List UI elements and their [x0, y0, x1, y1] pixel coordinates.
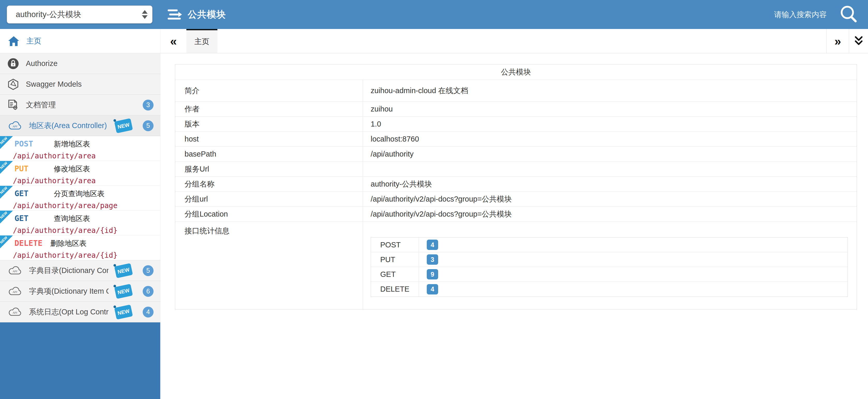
table-row: host localhost:8760: [175, 132, 857, 147]
sidebar-controller-dictionary[interactable]: API 字典目录(Dictionary Controller) NEW 5: [0, 260, 160, 281]
api-stats-table: POST 4 PUT 3 GET 9: [371, 237, 848, 297]
stat-count-badge: 4: [427, 239, 438, 250]
document-gear-icon: [7, 99, 19, 111]
api-item-edit-area[interactable]: NEW PUT 修改地区表 /api/authority/area: [0, 161, 160, 186]
sidebar-controller-dictionary-item[interactable]: API 字典项(Dictionary Item Controller) NEW …: [0, 281, 160, 302]
api-name: 修改地区表: [54, 164, 90, 174]
table-row: 分组url /api/authority/v2/api-docs?group=公…: [175, 192, 857, 207]
api-path: /api/authority/area/{id}: [13, 251, 160, 259]
api-cloud-icon: API: [7, 121, 22, 131]
table-row: 作者 zuihou: [175, 102, 857, 117]
svg-text:API: API: [12, 311, 18, 314]
new-tag: NEW: [114, 284, 133, 298]
sidebar-item-doc-manage[interactable]: 文档管理 3: [0, 95, 160, 115]
controller-label: 系统日志(Opt Log Controller): [29, 307, 108, 317]
api-count-badge: 3: [143, 99, 154, 111]
http-method: POST: [14, 139, 54, 148]
main-area: « 主页 »: [160, 29, 868, 399]
api-path: /api/authority/area/{id}: [13, 226, 160, 235]
api-name: 新增地区表: [54, 139, 90, 149]
svg-text:API: API: [12, 269, 18, 273]
sidebar-item-label: 文档管理: [26, 100, 56, 110]
new-tag: NEW: [114, 263, 133, 278]
api-item-add-area[interactable]: NEW POST 新增地区表 /api/authority/area: [0, 136, 160, 161]
api-stats-row: 接口统计信息 POST 4 PUT 3: [175, 222, 857, 309]
http-method: GET: [14, 189, 54, 198]
controller-label: 地区表(Area Controller): [29, 121, 107, 131]
stat-count-badge: 4: [427, 284, 438, 294]
table-row: 分组名称 authority-公共模块: [175, 177, 857, 192]
stats-row-get: GET 9: [371, 267, 847, 282]
select-stepper-icon: [142, 10, 148, 19]
lock-icon: [7, 58, 19, 69]
sidebar: 主页 Authorize: [0, 29, 160, 399]
api-name: 分页查询地区表: [54, 189, 104, 199]
sidebar-item-label: Swagger Models: [26, 80, 82, 88]
api-count-badge: 5: [143, 120, 154, 131]
module-info-title: 公共模块: [175, 64, 857, 80]
http-method: GET: [14, 214, 54, 223]
table-row: 简介 zuihou-admin-cloud 在线文档: [175, 80, 857, 102]
api-name: 删除地区表: [50, 238, 86, 248]
hexagon-model-icon: [7, 78, 19, 90]
sidebar-filler: [0, 322, 160, 399]
new-tag: NEW: [114, 118, 133, 133]
api-item-page-query-area[interactable]: NEW GET 分页查询地区表 /api/authority/area/page: [0, 186, 160, 210]
group-select[interactable]: authority-公共模块: [7, 5, 153, 24]
http-method: PUT: [14, 164, 54, 173]
double-chevron-down-icon: [853, 35, 864, 47]
api-cloud-icon: API: [7, 265, 22, 276]
api-list: NEW POST 新增地区表 /api/authority/area NEW P…: [0, 136, 160, 260]
api-item-query-area[interactable]: NEW GET 查询地区表 /api/authority/area/{id}: [0, 210, 160, 235]
sidebar-item-swagger-models[interactable]: Swagger Models: [0, 74, 160, 95]
api-count-badge: 6: [143, 286, 154, 297]
api-path: /api/authority/area/page: [13, 201, 160, 210]
stats-row-delete: DELETE 4: [371, 282, 847, 296]
tabs-scroll-right-button[interactable]: »: [826, 29, 849, 53]
controller-label: 字典项(Dictionary Item Controller): [29, 286, 108, 296]
api-item-delete-area[interactable]: NEW DELETE 删除地区表 /api/authority/area/{id…: [0, 235, 160, 260]
api-path: /api/authority/area: [13, 152, 160, 160]
group-select-value: authority-公共模块: [16, 9, 142, 20]
search-input[interactable]: [734, 10, 827, 19]
new-tag: NEW: [114, 304, 133, 319]
new-corner-ribbon: NEW: [0, 136, 13, 149]
tabs-scroll-left-button[interactable]: «: [160, 29, 186, 53]
swagger-bootstrap-ui-app: authority-公共模块 公共模块: [0, 0, 868, 399]
api-cloud-icon: API: [7, 307, 22, 317]
collapse-all-button[interactable]: [849, 29, 868, 53]
tab-bar: « 主页 »: [160, 29, 868, 53]
filter-lines-icon: [167, 7, 184, 22]
sidebar-controller-area[interactable]: API 地区表(Area Controller) NEW 5: [0, 115, 160, 136]
search-icon[interactable]: [839, 4, 859, 25]
tab-home[interactable]: 主页: [186, 29, 217, 53]
stat-count-badge: 3: [427, 254, 438, 265]
new-corner-ribbon: NEW: [0, 161, 13, 174]
table-row: 分组Location /api/authority/v2/api-docs?gr…: [175, 207, 857, 222]
home-content: 公共模块 简介 zuihou-admin-cloud 在线文档 作者 zuiho…: [160, 53, 868, 310]
api-count-badge: 4: [143, 307, 154, 317]
sidebar-controller-opt-log[interactable]: API 系统日志(Opt Log Controller) NEW 4: [0, 302, 160, 322]
top-header-bar: authority-公共模块 公共模块: [0, 0, 868, 29]
home-icon: [8, 36, 20, 47]
module-info-table: 公共模块 简介 zuihou-admin-cloud 在线文档 作者 zuiho…: [175, 64, 857, 310]
sidebar-item-home[interactable]: 主页: [0, 29, 160, 53]
api-count-badge: 5: [143, 265, 154, 276]
search-box: [734, 4, 859, 25]
sidebar-item-label: Authorize: [26, 59, 58, 68]
svg-text:API: API: [12, 290, 18, 293]
stats-row-post: POST 4: [371, 237, 847, 252]
api-name: 查询地区表: [54, 214, 90, 224]
stats-row-put: PUT 3: [371, 252, 847, 267]
controller-label: 字典目录(Dictionary Controller): [29, 265, 108, 276]
http-method: DELETE: [14, 238, 42, 248]
new-corner-ribbon: NEW: [0, 210, 13, 224]
table-row: 版本 1.0: [175, 117, 857, 132]
sidebar-item-label: 主页: [26, 36, 41, 46]
page-title: 公共模块: [188, 8, 226, 21]
sidebar-item-authorize[interactable]: Authorize: [0, 53, 160, 74]
table-row: 服务Url: [175, 162, 857, 177]
api-path: /api/authority/area: [13, 176, 160, 185]
api-cloud-icon: API: [7, 286, 22, 296]
table-row: basePath /api/authority: [175, 147, 857, 162]
